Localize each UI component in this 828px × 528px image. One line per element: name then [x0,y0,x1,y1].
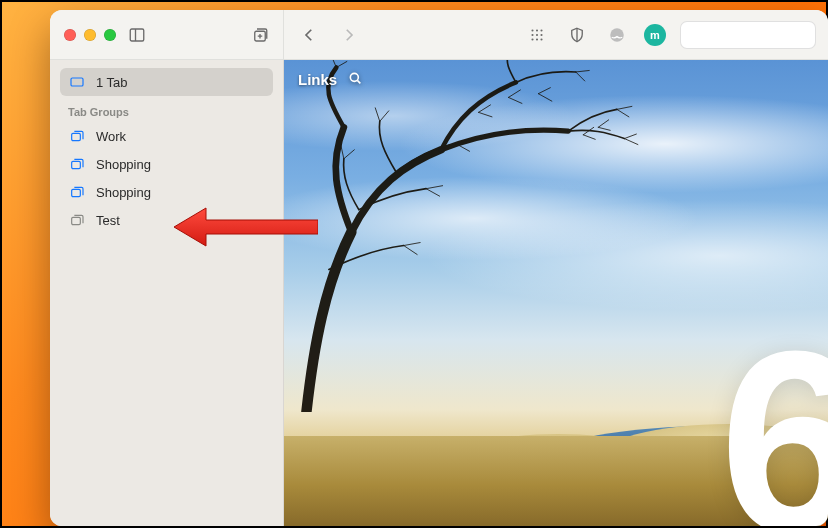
tab-group-shopping-1[interactable]: Shopping [60,150,273,178]
tab-group-label: Test [96,213,120,228]
window-controls [64,29,116,41]
links-section[interactable]: Links [298,70,363,89]
start-page-grid-icon[interactable] [524,23,550,47]
tab-icon [68,74,86,90]
close-window-button[interactable] [64,29,76,41]
toolbar: m [50,10,828,60]
svg-rect-19 [72,217,81,224]
tab-group-test[interactable]: Test [60,206,273,234]
tab-groups-header: Tab Groups [60,96,273,122]
svg-point-5 [531,29,533,31]
minimize-window-button[interactable] [84,29,96,41]
tab-group-shopping-2[interactable]: Shopping [60,178,273,206]
forward-button[interactable] [336,23,362,47]
tab-group-work[interactable]: Work [60,122,273,150]
svg-rect-17 [72,161,81,168]
tab-group-label: Shopping [96,157,151,172]
sidebar-current-tabs-label: 1 Tab [96,75,128,90]
tab-group-icon [68,184,86,200]
svg-rect-15 [71,78,83,86]
main-toolbar: m [284,10,828,59]
svg-point-7 [540,29,542,31]
svg-point-12 [536,38,538,40]
svg-rect-16 [72,133,81,140]
icloud-tabs-icon[interactable] [604,23,630,47]
privacy-report-icon[interactable] [564,23,590,47]
background-number: 6 [719,312,828,526]
svg-rect-18 [72,189,81,196]
new-tab-group-button[interactable] [247,23,273,47]
profile-avatar[interactable]: m [644,24,666,46]
svg-point-8 [531,33,533,35]
sidebar: 1 Tab Tab Groups Work Shopping [50,60,284,526]
svg-point-13 [540,38,542,40]
svg-point-14 [610,28,624,42]
svg-point-10 [540,33,542,35]
address-bar[interactable] [680,21,816,49]
search-icon[interactable] [347,70,363,89]
svg-point-9 [536,33,538,35]
sidebar-current-tabs[interactable]: 1 Tab [60,68,273,96]
toggle-sidebar-button[interactable] [124,23,150,47]
sidebar-toolbar [50,10,284,59]
desktop-background: m 1 Tab Tab Groups Work [0,0,828,528]
tab-group-label: Work [96,129,126,144]
back-button[interactable] [296,23,322,47]
avatar-initial: m [650,29,660,41]
zoom-window-button[interactable] [104,29,116,41]
links-label: Links [298,71,337,88]
svg-line-21 [358,80,361,83]
svg-point-20 [351,73,359,81]
safari-window: m 1 Tab Tab Groups Work [50,10,828,526]
tab-group-label: Shopping [96,185,151,200]
svg-point-11 [531,38,533,40]
svg-rect-0 [130,29,144,41]
svg-point-6 [536,29,538,31]
tab-group-icon [68,156,86,172]
tab-group-empty-icon [68,212,86,228]
tab-group-icon [68,128,86,144]
start-page: 6 Links [284,60,828,526]
